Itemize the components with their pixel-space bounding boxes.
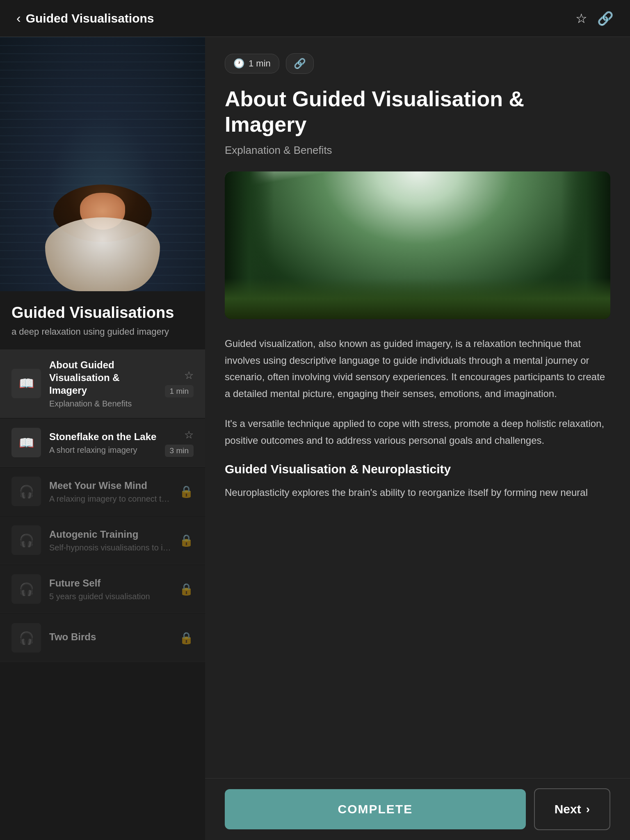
left-panel: Guided Visualisations a deep relaxation … bbox=[0, 37, 205, 840]
lesson-duration: 3 min bbox=[165, 445, 194, 457]
next-label: Next bbox=[555, 802, 581, 816]
lesson-name: Autogenic Training bbox=[49, 528, 171, 541]
next-arrow-icon: › bbox=[586, 803, 590, 816]
lesson-info: Stoneflake on the LakeA short relaxing i… bbox=[49, 430, 157, 455]
lesson-thumbnail: 🎧 bbox=[11, 525, 41, 555]
lesson-info: Two Birds bbox=[49, 630, 171, 646]
lesson-thumbnail: 🎧 bbox=[11, 623, 41, 653]
lesson-description: A relaxing imagery to connect to your in… bbox=[49, 494, 171, 504]
lesson-meta: 🔒 bbox=[179, 582, 194, 596]
lesson-description: 5 years guided visualisation bbox=[49, 592, 171, 601]
favorite-icon[interactable]: ☆ bbox=[184, 429, 194, 441]
right-panel: 🕐 1 min 🔗 About Guided Visualisation & I… bbox=[205, 37, 630, 840]
header: ‹ Guided Visualisations ☆ 🔗 bbox=[0, 0, 630, 37]
lesson-description: A short relaxing imagery bbox=[49, 445, 157, 455]
section-heading: Guided Visualisation & Neuroplasticity bbox=[225, 462, 610, 476]
lesson-item[interactable]: 🎧Two Birds🔒 bbox=[0, 614, 205, 662]
share-link-icon[interactable]: 🔗 bbox=[597, 11, 614, 26]
complete-button[interactable]: COMPLETE bbox=[225, 789, 526, 829]
duration-label: 1 min bbox=[249, 58, 271, 69]
lesson-name: Stoneflake on the Lake bbox=[49, 430, 157, 443]
section-paragraph: Neuroplasticity explores the brain's abi… bbox=[225, 484, 610, 501]
header-title: Guided Visualisations bbox=[26, 11, 154, 25]
back-arrow-icon: ‹ bbox=[16, 11, 21, 26]
content-meta: 🕐 1 min 🔗 bbox=[225, 53, 610, 74]
content-title: About Guided Visualisation & Imagery bbox=[225, 86, 610, 137]
header-actions: ☆ 🔗 bbox=[575, 11, 614, 26]
lesson-meta: 🔒 bbox=[179, 534, 194, 547]
favorite-icon[interactable]: ☆ bbox=[184, 369, 194, 382]
lesson-description: Explanation & Benefits bbox=[49, 399, 157, 409]
lesson-name: About Guided Visualisation & Imagery bbox=[49, 358, 157, 397]
lesson-info: About Guided Visualisation & ImageryExpl… bbox=[49, 358, 157, 409]
clock-icon: 🕐 bbox=[233, 58, 244, 69]
lesson-list: 📖About Guided Visualisation & ImageryExp… bbox=[0, 345, 205, 840]
course-title-section: Guided Visualisations a deep relaxation … bbox=[0, 291, 205, 345]
lesson-item[interactable]: 📖Stoneflake on the LakeA short relaxing … bbox=[0, 419, 205, 467]
lesson-name: Meet Your Wise Mind bbox=[49, 479, 171, 492]
lesson-info: Future Self5 years guided visualisation bbox=[49, 577, 171, 601]
lesson-name: Future Self bbox=[49, 577, 171, 589]
lesson-meta: ☆3 min bbox=[165, 429, 194, 457]
forest-image bbox=[225, 171, 610, 319]
main-layout: Guided Visualisations a deep relaxation … bbox=[0, 37, 630, 840]
body-paragraph-1: Guided visualization, also known as guid… bbox=[225, 336, 610, 402]
hero-image bbox=[0, 37, 205, 291]
lesson-meta: 🔒 bbox=[179, 485, 194, 498]
lesson-thumbnail: 🎧 bbox=[11, 477, 41, 506]
action-bar: COMPLETE Next › bbox=[205, 778, 630, 840]
lock-icon: 🔒 bbox=[179, 534, 194, 547]
lesson-item[interactable]: 🎧Future Self5 years guided visualisation… bbox=[0, 565, 205, 613]
next-button[interactable]: Next › bbox=[534, 788, 610, 830]
course-subtitle: a deep relaxation using guided imagery bbox=[11, 326, 194, 337]
content-category: Explanation & Benefits bbox=[225, 144, 610, 157]
duration-pill: 🕐 1 min bbox=[225, 54, 279, 73]
lesson-thumbnail: 📖 bbox=[11, 369, 41, 398]
lesson-item[interactable]: 🎧Autogenic TrainingSelf-hypnosis visuali… bbox=[0, 516, 205, 564]
lesson-item[interactable]: 📖About Guided Visualisation & ImageryExp… bbox=[0, 349, 205, 418]
back-button[interactable]: ‹ Guided Visualisations bbox=[16, 11, 154, 26]
lesson-item[interactable]: 🎧Meet Your Wise MindA relaxing imagery t… bbox=[0, 468, 205, 516]
lesson-info: Autogenic TrainingSelf-hypnosis visualis… bbox=[49, 528, 171, 552]
lesson-thumbnail: 📖 bbox=[11, 428, 41, 457]
lock-icon: 🔒 bbox=[179, 582, 194, 596]
lesson-duration: 1 min bbox=[165, 385, 194, 397]
lesson-thumbnail: 🎧 bbox=[11, 574, 41, 604]
lesson-meta: ☆1 min bbox=[165, 369, 194, 397]
lesson-info: Meet Your Wise MindA relaxing imagery to… bbox=[49, 479, 171, 504]
lesson-meta: 🔒 bbox=[179, 631, 194, 645]
lock-icon: 🔒 bbox=[179, 631, 194, 645]
course-title: Guided Visualisations bbox=[11, 304, 194, 322]
link-icon-pill[interactable]: 🔗 bbox=[286, 53, 314, 74]
lock-icon: 🔒 bbox=[179, 485, 194, 498]
lesson-description: Self-hypnosis visualisations to induce a… bbox=[49, 543, 171, 552]
lesson-name: Two Birds bbox=[49, 630, 171, 643]
body-paragraph-2: It's a versatile technique applied to co… bbox=[225, 415, 610, 449]
bookmark-icon[interactable]: ☆ bbox=[575, 11, 587, 26]
